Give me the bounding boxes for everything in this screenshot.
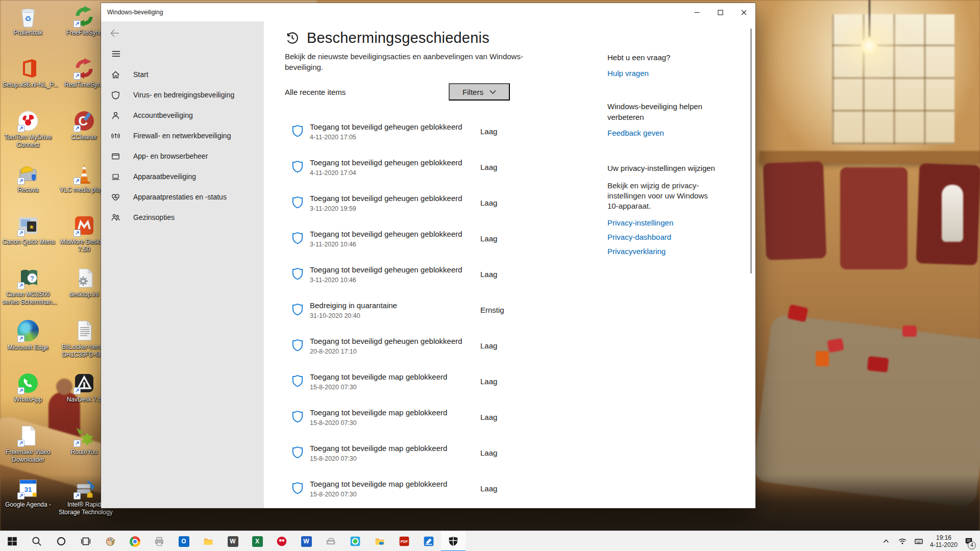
feedback-link[interactable]: Feedback geven	[607, 129, 730, 137]
taskbar-file-explorer[interactable]	[196, 531, 220, 551]
shortcut-arrow-icon	[17, 125, 24, 132]
sidebar-item-virus-bedreiging[interactable]: Virus- en bedreigingsbeveiliging	[101, 85, 264, 105]
event-row[interactable]: Toegang tot beveiligde map geblokkeerd 1…	[284, 407, 575, 442]
desktop-icon-canon-mg2500[interactable]: ? Canon MG2500 series Schermhan...	[3, 267, 54, 306]
taskbar-chrome[interactable]	[122, 531, 147, 551]
taskbar-fax[interactable]	[147, 531, 172, 551]
event-row[interactable]: Toegang tot beveiligde map geblokkeerd 1…	[284, 371, 575, 407]
desktop-icon-edge[interactable]: Microsoft Edge	[3, 319, 54, 352]
taskbar-excel[interactable]: X	[245, 531, 270, 551]
taskbar-task-view[interactable]	[74, 531, 98, 551]
paint-icon	[105, 536, 116, 547]
taskbar-scanner[interactable]	[318, 531, 343, 551]
event-date: 4-11-2020 17:05	[310, 134, 356, 141]
family-icon	[111, 213, 120, 222]
device-health-icon	[111, 192, 120, 202]
taskbar-clock[interactable]: 19:16 4-11-2020	[927, 534, 961, 548]
shortcut-arrow-icon	[74, 387, 81, 394]
filters-button[interactable]: Filters	[449, 83, 510, 101]
desktop-icon-freemake[interactable]: Freemake Video Downloader	[3, 424, 54, 464]
laptop-icon	[111, 172, 120, 182]
taskbar-cortana[interactable]	[49, 531, 74, 551]
sidebar-item-firewall[interactable]: Firewall- en netwerkbeveiliging	[101, 126, 264, 146]
sidebar-item-gezinsopties[interactable]: Gezinsopties	[101, 207, 264, 228]
event-row[interactable]: Toegang tot beveiligde map geblokkeerd 1…	[284, 478, 575, 508]
shield-icon	[292, 160, 303, 173]
close-button[interactable]	[732, 3, 755, 21]
event-row[interactable]: Bedreiging in quarantaine 31-10-2020 20:…	[284, 299, 575, 335]
shield-icon	[292, 482, 303, 494]
privacy-instellingen-link[interactable]: Privacy-instellingen	[607, 218, 730, 227]
start-button[interactable]	[0, 531, 24, 551]
desktop-icon-canon-quick-menu[interactable]: ★ Canon Quick Menu	[3, 214, 54, 246]
shortcut-arrow-icon	[17, 387, 24, 394]
event-row[interactable]: Toegang tot beveiligd geheugen geblokkee…	[284, 264, 575, 299]
navdesk-icon	[73, 372, 95, 394]
tray-keyboard[interactable]	[911, 531, 927, 551]
desktop: ♻ Prullenbak FreeFileSync Setup.x86.nl-N…	[0, 0, 980, 551]
action-center[interactable]: 4	[961, 531, 977, 551]
event-row[interactable]: Toegang tot beveiligd geheugen geblokkee…	[284, 228, 575, 264]
sidebar-item-app-browser[interactable]: App- en browserbeheer	[101, 146, 264, 166]
vlc-icon	[73, 162, 95, 185]
window-titlebar[interactable]: Windows-beveiliging	[101, 3, 755, 21]
shield-icon	[292, 124, 303, 137]
privacy-heading: Uw privacy-instellingen wijzigen	[607, 163, 730, 173]
document-icon	[17, 424, 39, 447]
history-icon	[284, 30, 300, 46]
sidebar-item-start[interactable]: Start	[101, 64, 264, 85]
taskbar-word-legacy[interactable]: W	[220, 531, 245, 551]
desktop-icon-whatsapp[interactable]: WhatsApp	[3, 372, 54, 404]
svg-text:♻: ♻	[24, 14, 31, 23]
tray-chevron[interactable]	[878, 531, 894, 551]
taskbar-outlook[interactable]: O	[172, 531, 196, 551]
taskbar-pdf[interactable]: PDF	[392, 531, 416, 551]
desktop-icon-tomtom[interactable]: TomTom MyDrive Connect	[3, 110, 54, 149]
taskbar-scan-app[interactable]	[416, 531, 441, 551]
help-panel: Hebt u een vraag? Hulp vragen Windows-be…	[607, 52, 730, 256]
app-window-icon	[111, 152, 120, 161]
event-row[interactable]: Toegang tot beveiligd geheugen geblokkee…	[284, 157, 575, 192]
privacy-dashboard-link[interactable]: Privacy-dashboard	[607, 233, 730, 241]
pdf-icon: PDF	[399, 536, 410, 547]
maximize-button[interactable]	[708, 3, 732, 21]
taskbar-paint[interactable]	[98, 531, 122, 551]
taskbar-word[interactable]: W	[294, 531, 318, 551]
taskbar-onedrive-folder[interactable]	[368, 531, 392, 551]
back-button[interactable]	[106, 26, 124, 41]
taskbar-tomtom[interactable]	[270, 531, 294, 551]
desktop-icon-prullenbak[interactable]: ♻ Prullenbak	[3, 5, 54, 37]
shortcut-arrow-icon	[74, 492, 81, 499]
taskbar-whatsapp[interactable]	[343, 531, 368, 551]
event-row[interactable]: Toegang tot beveiligde map geblokkeerd 1…	[284, 442, 575, 478]
event-severity: Laag	[480, 127, 497, 136]
event-row[interactable]: Toegang tot beveiligd geheugen geblokkee…	[284, 335, 575, 371]
excel-icon: X	[252, 536, 263, 547]
hulp-vragen-link[interactable]: Hulp vragen	[607, 69, 730, 78]
minimize-button[interactable]	[685, 3, 708, 21]
privacyverklaring-link[interactable]: Privacyverklaring	[607, 247, 730, 256]
taskbar-windows-security[interactable]	[441, 531, 465, 551]
shield-icon	[111, 90, 120, 100]
scrollbar[interactable]	[750, 29, 752, 273]
event-row[interactable]: Toegang tot beveiligd geheugen geblokkee…	[284, 121, 575, 157]
clock-time: 19:16	[929, 534, 959, 541]
menu-icon[interactable]	[108, 46, 124, 61]
onedrive-folder-icon	[374, 536, 385, 547]
desktop-icon-recuva[interactable]: Recuva	[3, 162, 54, 194]
sidebar-item-account[interactable]: Accountbeveiliging	[101, 105, 264, 126]
taskbar-search[interactable]	[24, 531, 49, 551]
ini-file-icon	[73, 267, 95, 289]
wifi-icon	[898, 537, 907, 546]
sidebar-item-prestaties[interactable]: Apparaatprestaties en -status	[101, 187, 264, 207]
tray-wifi[interactable]	[894, 531, 911, 551]
shortcut-arrow-icon	[74, 72, 81, 80]
event-row[interactable]: Toegang tot beveiligd geheugen geblokkee…	[284, 192, 575, 228]
clock-date: 4-11-2020	[929, 541, 959, 548]
desktop-icon-google-agenda[interactable]: 31 Google Agenda -	[3, 477, 54, 509]
sidebar-item-apparaatbeveiliging[interactable]: Apparaatbeveiliging	[101, 166, 264, 187]
shield-icon	[292, 446, 303, 459]
desktop-icon-office-setup[interactable]: Setup.x86.nl-NL_P...	[3, 57, 54, 89]
home-icon	[111, 70, 120, 80]
tomtom-icon	[276, 536, 287, 547]
